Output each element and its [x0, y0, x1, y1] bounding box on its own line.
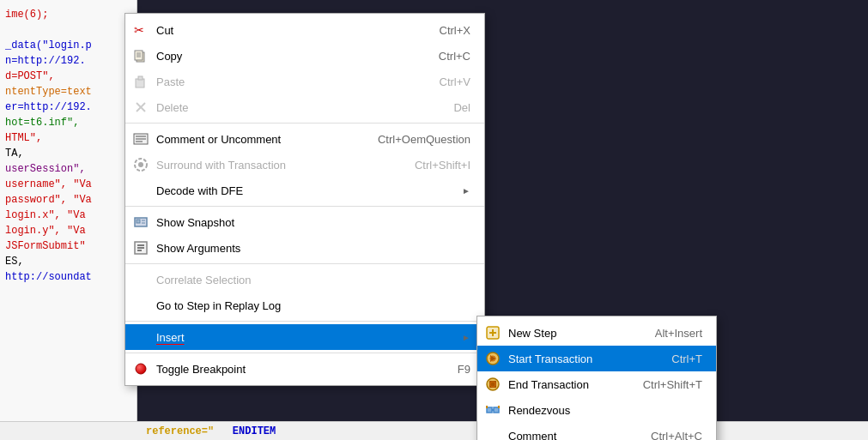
- cut-icon: ✂: [132, 21, 149, 39]
- new-step-icon: [484, 324, 501, 341]
- decode-label: Decode with DFE: [156, 184, 462, 197]
- code-line: ime(6);: [5, 7, 131, 22]
- rendezvous-label: Rendezvous: [508, 404, 702, 417]
- code-line: JSFormSubmit": [5, 238, 131, 254]
- svg-rect-7: [138, 76, 143, 80]
- separator-3: [125, 263, 484, 264]
- copy-icon: [132, 47, 149, 64]
- context-menu: ✂ Cut Ctrl+X Copy Ctrl+C Paste Ctrl+V: [124, 13, 485, 386]
- correlate-label: Correlate Selection: [156, 274, 470, 286]
- insert-submenu: New Step Alt+Insert Start Transaction Ct…: [476, 316, 717, 440]
- separator-2: [125, 206, 484, 207]
- surround-icon: [132, 156, 149, 173]
- cut-shortcut: Ctrl+X: [440, 24, 470, 37]
- submenu-item-end-transaction[interactable]: End Transaction Ctrl+Shift+T: [477, 371, 716, 397]
- code-line: http://soundat: [5, 269, 131, 285]
- code-line: login.y", "Va: [5, 223, 131, 238]
- start-transaction-shortcut: Ctrl+T: [671, 353, 702, 365]
- menu-item-insert[interactable]: Insert ►: [125, 324, 484, 350]
- comment2-label: Comment: [508, 430, 616, 441]
- start-transaction-label: Start Transaction: [508, 353, 637, 365]
- reference-prefix: reference=": [146, 425, 214, 437]
- menu-item-correlate[interactable]: Correlate Selection: [125, 267, 484, 292]
- reference-value: ENDITEM: [214, 425, 276, 437]
- goto-icon: [132, 297, 149, 314]
- submenu-item-start-transaction[interactable]: Start Transaction Ctrl+T: [477, 346, 716, 371]
- menu-item-breakpoint[interactable]: Toggle Breakpoint F9: [125, 356, 484, 382]
- new-step-label: New Step: [508, 327, 621, 340]
- menu-item-cut[interactable]: ✂ Cut Ctrl+X: [125, 17, 484, 43]
- delete-icon: [132, 99, 149, 116]
- svg-point-24: [136, 364, 146, 374]
- submenu-item-new-step[interactable]: New Step Alt+Insert: [477, 320, 716, 346]
- insert-label: Insert: [156, 331, 462, 344]
- menu-item-paste[interactable]: Paste Ctrl+V: [125, 69, 484, 94]
- menu-item-surround[interactable]: Surround with Transaction Ctrl+Shift+I: [125, 152, 484, 178]
- code-line: userSession",: [5, 161, 131, 177]
- menu-item-decode[interactable]: Decode with DFE ►: [125, 178, 484, 203]
- snapshot-icon: [132, 214, 149, 231]
- arguments-icon: [132, 239, 149, 256]
- code-line: password", "Va: [5, 192, 131, 208]
- surround-label: Surround with Transaction: [156, 159, 380, 172]
- comment2-shortcut: Ctrl+Alt+C: [651, 430, 702, 441]
- breakpoint-icon: [132, 360, 149, 377]
- breakpoint-label: Toggle Breakpoint: [156, 363, 423, 376]
- separator-4: [125, 321, 484, 322]
- code-line: ES,: [5, 254, 131, 269]
- cut-label: Cut: [156, 24, 405, 37]
- insert-icon: [132, 328, 149, 346]
- comment2-icon: [484, 427, 501, 440]
- submenu-item-rendezvous[interactable]: Rendezvous: [477, 397, 716, 423]
- code-line: er=http://192.: [5, 99, 131, 115]
- paste-icon: [132, 73, 149, 90]
- rendezvous-icon: [484, 401, 501, 419]
- menu-item-delete[interactable]: Delete Del: [125, 94, 484, 120]
- separator-1: [125, 123, 484, 124]
- breakpoint-shortcut: F9: [458, 363, 470, 376]
- comment-shortcut: Ctrl+OemQuestion: [378, 133, 470, 146]
- decode-arrow: ►: [462, 186, 470, 196]
- menu-item-copy[interactable]: Copy Ctrl+C: [125, 43, 484, 69]
- code-editor: ime(6); _data("login.p n=http://192. d=P…: [0, 0, 137, 440]
- delete-label: Delete: [156, 101, 419, 114]
- code-line: n=http://192.: [5, 53, 131, 69]
- menu-item-goto[interactable]: Go to Step in Replay Log: [125, 292, 484, 318]
- svg-point-15: [138, 162, 143, 167]
- new-step-shortcut: Alt+Insert: [655, 327, 702, 340]
- surround-shortcut: Ctrl+Shift+I: [415, 159, 470, 172]
- end-transaction-shortcut: Ctrl+Shift+T: [643, 378, 702, 391]
- insert-arrow: ►: [462, 333, 470, 342]
- code-line: hot=t6.inf",: [5, 115, 131, 130]
- delete-shortcut: Del: [453, 101, 470, 114]
- copy-label: Copy: [156, 50, 404, 63]
- reference-line: reference=" ENDITEM: [0, 421, 868, 440]
- code-line: TA,: [5, 146, 131, 161]
- correlate-icon: [132, 271, 149, 288]
- code-line: username", "Va: [5, 177, 131, 192]
- separator-5: [125, 353, 484, 353]
- copy-shortcut: Ctrl+C: [439, 50, 470, 63]
- submenu-item-comment[interactable]: Comment Ctrl+Alt+C: [477, 423, 716, 440]
- paste-shortcut: Ctrl+V: [440, 75, 470, 88]
- start-trans-icon: [484, 350, 501, 367]
- menu-item-arguments[interactable]: Show Arguments: [125, 235, 484, 261]
- comment-label: Comment or Uncomment: [156, 133, 343, 146]
- code-line: _data("login.p: [5, 38, 131, 53]
- comment-icon: [132, 130, 149, 148]
- code-line: [5, 22, 131, 38]
- paste-label: Paste: [156, 75, 405, 88]
- arguments-label: Show Arguments: [156, 242, 470, 255]
- end-transaction-label: End Transaction: [508, 378, 609, 391]
- decode-icon: [132, 182, 149, 199]
- code-line: HTML",: [5, 130, 131, 146]
- end-trans-icon: [484, 376, 501, 393]
- menu-item-comment[interactable]: Comment or Uncomment Ctrl+OemQuestion: [125, 126, 484, 152]
- goto-label: Go to Step in Replay Log: [156, 299, 470, 312]
- code-line: ntentType=text: [5, 84, 131, 99]
- code-line: login.x", "Va: [5, 208, 131, 223]
- menu-item-snapshot[interactable]: Show Snapshot: [125, 209, 484, 235]
- code-line: d=POST",: [5, 69, 131, 84]
- snapshot-label: Show Snapshot: [156, 216, 470, 229]
- svg-text:✂: ✂: [134, 23, 144, 37]
